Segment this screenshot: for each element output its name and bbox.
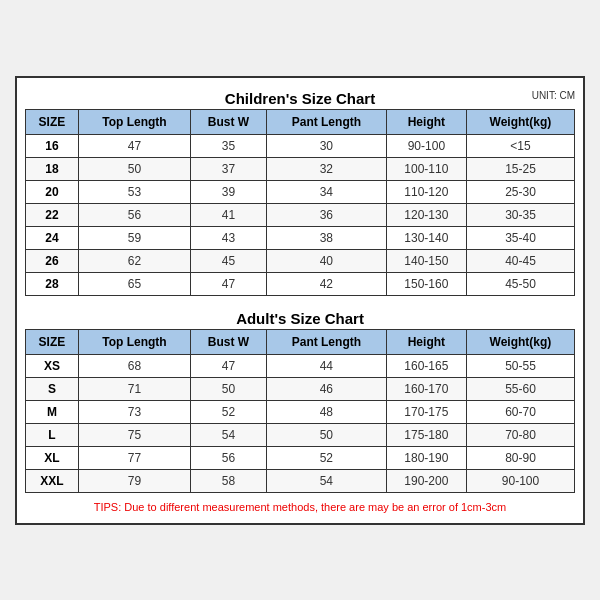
table-cell: 34 bbox=[266, 180, 386, 203]
table-cell: 36 bbox=[266, 203, 386, 226]
table-row: 20533934110-12025-30 bbox=[26, 180, 575, 203]
children-tbody: 1647353090-100<1518503732100-11015-25205… bbox=[26, 134, 575, 295]
table-cell: 59 bbox=[78, 226, 190, 249]
table-cell: 73 bbox=[78, 400, 190, 423]
table-cell: 180-190 bbox=[386, 446, 466, 469]
col-bustw-children: Bust W bbox=[191, 109, 267, 134]
table-cell: 30 bbox=[266, 134, 386, 157]
table-cell: 79 bbox=[78, 469, 190, 492]
chart-wrapper: Children's Size Chart UNIT: CM SIZE Top … bbox=[15, 76, 585, 525]
table-cell: 130-140 bbox=[386, 226, 466, 249]
table-cell: 30-35 bbox=[466, 203, 574, 226]
table-cell: 175-180 bbox=[386, 423, 466, 446]
table-cell: 26 bbox=[26, 249, 79, 272]
table-cell: 68 bbox=[78, 354, 190, 377]
table-row: XS684744160-16550-55 bbox=[26, 354, 575, 377]
table-cell: 47 bbox=[78, 134, 190, 157]
col-pantlength-adult: Pant Length bbox=[266, 329, 386, 354]
table-cell: 40-45 bbox=[466, 249, 574, 272]
table-cell: 50 bbox=[191, 377, 267, 400]
table-row: L755450175-18070-80 bbox=[26, 423, 575, 446]
col-weight-adult: Weight(kg) bbox=[466, 329, 574, 354]
table-cell: 56 bbox=[78, 203, 190, 226]
table-cell: 50 bbox=[78, 157, 190, 180]
table-cell: 32 bbox=[266, 157, 386, 180]
table-cell: 150-160 bbox=[386, 272, 466, 295]
table-cell: 20 bbox=[26, 180, 79, 203]
table-cell: XXL bbox=[26, 469, 79, 492]
unit-label-children: UNIT: CM bbox=[532, 90, 575, 101]
table-cell: 42 bbox=[266, 272, 386, 295]
table-cell: XL bbox=[26, 446, 79, 469]
adult-title-text: Adult's Size Chart bbox=[236, 310, 364, 327]
table-cell: 54 bbox=[266, 469, 386, 492]
table-row: XXL795854190-20090-100 bbox=[26, 469, 575, 492]
table-cell: 100-110 bbox=[386, 157, 466, 180]
table-cell: 38 bbox=[266, 226, 386, 249]
col-toplength-children: Top Length bbox=[78, 109, 190, 134]
table-cell: 90-100 bbox=[466, 469, 574, 492]
table-cell: 58 bbox=[191, 469, 267, 492]
col-height-children: Height bbox=[386, 109, 466, 134]
table-cell: 50-55 bbox=[466, 354, 574, 377]
table-cell: M bbox=[26, 400, 79, 423]
children-title-text: Children's Size Chart bbox=[225, 90, 375, 107]
table-cell: 50 bbox=[266, 423, 386, 446]
table-cell: 160-170 bbox=[386, 377, 466, 400]
table-cell: 140-150 bbox=[386, 249, 466, 272]
table-cell: 35 bbox=[191, 134, 267, 157]
table-cell: 16 bbox=[26, 134, 79, 157]
children-table: SIZE Top Length Bust W Pant Length Heigh… bbox=[25, 109, 575, 296]
table-cell: 190-200 bbox=[386, 469, 466, 492]
table-cell: 46 bbox=[266, 377, 386, 400]
table-cell: 170-175 bbox=[386, 400, 466, 423]
adult-title: Adult's Size Chart bbox=[25, 306, 575, 329]
col-size-children: SIZE bbox=[26, 109, 79, 134]
table-cell: 75 bbox=[78, 423, 190, 446]
table-cell: 110-120 bbox=[386, 180, 466, 203]
table-cell: 41 bbox=[191, 203, 267, 226]
table-cell: 47 bbox=[191, 354, 267, 377]
table-cell: 37 bbox=[191, 157, 267, 180]
col-toplength-adult: Top Length bbox=[78, 329, 190, 354]
table-cell: 80-90 bbox=[466, 446, 574, 469]
table-row: 24594338130-14035-40 bbox=[26, 226, 575, 249]
table-cell: 22 bbox=[26, 203, 79, 226]
table-cell: 52 bbox=[266, 446, 386, 469]
table-cell: 52 bbox=[191, 400, 267, 423]
table-cell: 40 bbox=[266, 249, 386, 272]
table-cell: S bbox=[26, 377, 79, 400]
table-cell: 65 bbox=[78, 272, 190, 295]
table-cell: 45 bbox=[191, 249, 267, 272]
table-row: S715046160-17055-60 bbox=[26, 377, 575, 400]
table-row: 28654742150-16045-50 bbox=[26, 272, 575, 295]
col-size-adult: SIZE bbox=[26, 329, 79, 354]
table-cell: <15 bbox=[466, 134, 574, 157]
table-cell: 28 bbox=[26, 272, 79, 295]
adult-tbody: XS684744160-16550-55S715046160-17055-60M… bbox=[26, 354, 575, 492]
table-cell: 24 bbox=[26, 226, 79, 249]
table-cell: 35-40 bbox=[466, 226, 574, 249]
table-cell: 45-50 bbox=[466, 272, 574, 295]
table-cell: 47 bbox=[191, 272, 267, 295]
table-cell: 25-30 bbox=[466, 180, 574, 203]
adult-header-row: SIZE Top Length Bust W Pant Length Heigh… bbox=[26, 329, 575, 354]
table-cell: 48 bbox=[266, 400, 386, 423]
table-row: 18503732100-11015-25 bbox=[26, 157, 575, 180]
table-cell: 39 bbox=[191, 180, 267, 203]
col-pantlength-children: Pant Length bbox=[266, 109, 386, 134]
table-cell: XS bbox=[26, 354, 79, 377]
table-row: XL775652180-19080-90 bbox=[26, 446, 575, 469]
children-header-row: SIZE Top Length Bust W Pant Length Heigh… bbox=[26, 109, 575, 134]
col-weight-children: Weight(kg) bbox=[466, 109, 574, 134]
table-row: 22564136120-13030-35 bbox=[26, 203, 575, 226]
col-height-adult: Height bbox=[386, 329, 466, 354]
children-title: Children's Size Chart UNIT: CM bbox=[25, 86, 575, 109]
table-cell: 55-60 bbox=[466, 377, 574, 400]
table-cell: 18 bbox=[26, 157, 79, 180]
table-cell: 56 bbox=[191, 446, 267, 469]
table-cell: 44 bbox=[266, 354, 386, 377]
table-row: M735248170-17560-70 bbox=[26, 400, 575, 423]
table-cell: 71 bbox=[78, 377, 190, 400]
col-bustw-adult: Bust W bbox=[191, 329, 267, 354]
